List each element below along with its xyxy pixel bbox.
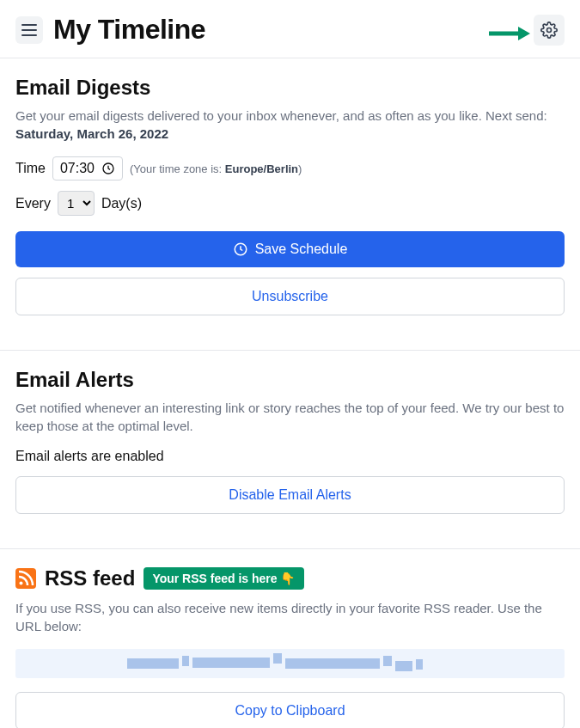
menu-button[interactable] <box>15 16 43 44</box>
timezone-note: (Your time zone is: Europe/Berlin) <box>130 162 302 175</box>
clock-icon <box>233 242 248 257</box>
svg-point-2 <box>547 28 552 32</box>
rss-section: RSS feed Your RSS feed is here 👇 If you … <box>0 549 580 728</box>
digests-next-send: Saturday, March 26, 2022 <box>15 126 168 141</box>
unsubscribe-button[interactable]: Unsubscribe <box>15 278 565 315</box>
rss-description: If you use RSS, you can also receive new… <box>15 599 565 635</box>
tz-value: Europe/Berlin <box>225 162 298 175</box>
time-label: Time <box>15 161 46 176</box>
disable-alerts-label: Disable Email Alerts <box>229 487 351 503</box>
tz-suffix: ) <box>298 162 302 175</box>
rss-url-box[interactable] <box>15 649 565 678</box>
save-schedule-button[interactable]: Save Schedule <box>15 231 565 267</box>
alerts-heading: Email Alerts <box>15 368 565 392</box>
rss-url-blurred <box>127 656 453 671</box>
email-digests-section: Email Digests Get your email digests del… <box>0 58 580 351</box>
time-value: 07:30 <box>60 161 95 176</box>
alerts-status: Email alerts are enabled <box>15 449 565 464</box>
copy-clipboard-button[interactable]: Copy to Clipboard <box>15 692 565 728</box>
rss-heading: RSS feed <box>45 566 135 590</box>
time-input[interactable]: 07:30 <box>52 156 123 180</box>
alerts-description: Get notified whenever an interesting lin… <box>15 399 565 435</box>
hamburger-icon <box>21 24 37 36</box>
unsubscribe-label: Unsubscribe <box>252 289 328 304</box>
digests-description: Get your email digests delivered to your… <box>15 107 565 143</box>
save-label: Save Schedule <box>255 242 348 257</box>
app-header: My Timeline <box>0 0 580 58</box>
every-label: Every <box>15 196 51 211</box>
time-row: Time 07:30 (Your time zone is: Europe/Be… <box>15 156 565 180</box>
rss-title-row: RSS feed Your RSS feed is here 👇 <box>15 566 565 590</box>
svg-marker-1 <box>518 27 530 40</box>
rss-badge: Your RSS feed is here 👇 <box>143 567 303 590</box>
digests-heading: Email Digests <box>15 76 565 100</box>
every-row: Every 1 Day(s) <box>15 191 565 216</box>
disable-alerts-button[interactable]: Disable Email Alerts <box>15 476 565 514</box>
copy-label: Copy to Clipboard <box>235 703 345 719</box>
svg-rect-5 <box>15 568 36 589</box>
clock-icon <box>101 162 115 175</box>
every-unit: Day(s) <box>101 196 142 211</box>
app-title: My Timeline <box>53 14 205 46</box>
svg-point-6 <box>20 582 23 585</box>
tz-prefix: (Your time zone is: <box>130 162 225 175</box>
rss-icon <box>15 568 36 589</box>
every-select[interactable]: 1 <box>58 191 95 216</box>
email-alerts-section: Email Alerts Get notified whenever an in… <box>0 351 580 549</box>
gear-icon <box>540 21 558 39</box>
settings-button[interactable] <box>534 15 565 46</box>
arrow-indicator-icon <box>487 26 530 41</box>
digests-desc-text: Get your email digests delivered to your… <box>15 108 547 123</box>
